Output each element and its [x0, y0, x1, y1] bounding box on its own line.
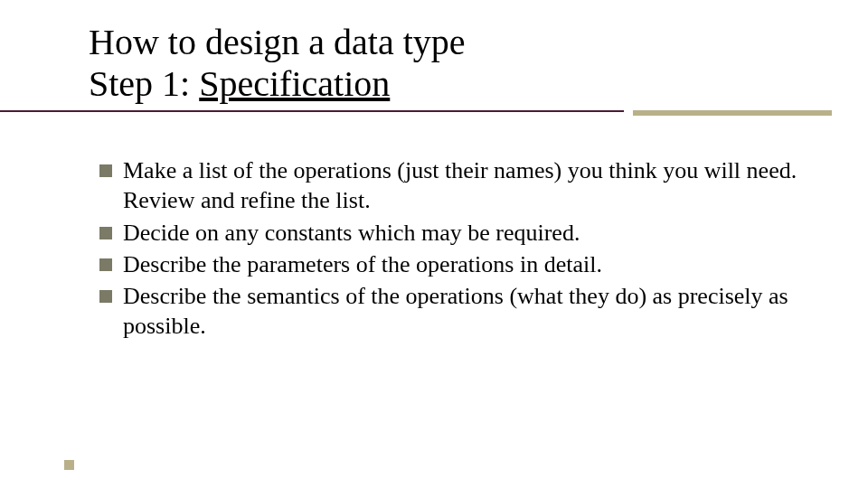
square-bullet-icon: [99, 164, 112, 177]
title-step-label: Step 1:: [89, 63, 199, 104]
title-step-name: Specification: [199, 63, 390, 104]
title-line-1: How to design a data type: [89, 22, 814, 63]
divider-left-line: [0, 110, 624, 112]
title-line-2: Step 1: Specification: [89, 63, 814, 105]
list-item-text: Make a list of the operations (just thei…: [123, 155, 814, 216]
divider-right-accent: [633, 110, 832, 116]
footer-accent-icon: [64, 460, 74, 470]
square-bullet-icon: [99, 227, 112, 239]
list-item-text: Describe the parameters of the operation…: [123, 249, 814, 279]
list-item: Describe the parameters of the operation…: [99, 249, 814, 279]
list-item: Make a list of the operations (just thei…: [99, 155, 814, 216]
square-bullet-icon: [99, 290, 112, 303]
square-bullet-icon: [99, 258, 112, 271]
list-item-text: Describe the semantics of the operations…: [123, 281, 814, 342]
slide-title: How to design a data type Step 1: Specif…: [89, 22, 814, 105]
list-item: Describe the semantics of the operations…: [99, 281, 814, 342]
list-item-text: Decide on any constants which may be req…: [123, 218, 814, 248]
slide: How to design a data type Step 1: Specif…: [0, 0, 868, 488]
bullet-list: Make a list of the operations (just thei…: [99, 155, 814, 343]
list-item: Decide on any constants which may be req…: [99, 218, 814, 248]
